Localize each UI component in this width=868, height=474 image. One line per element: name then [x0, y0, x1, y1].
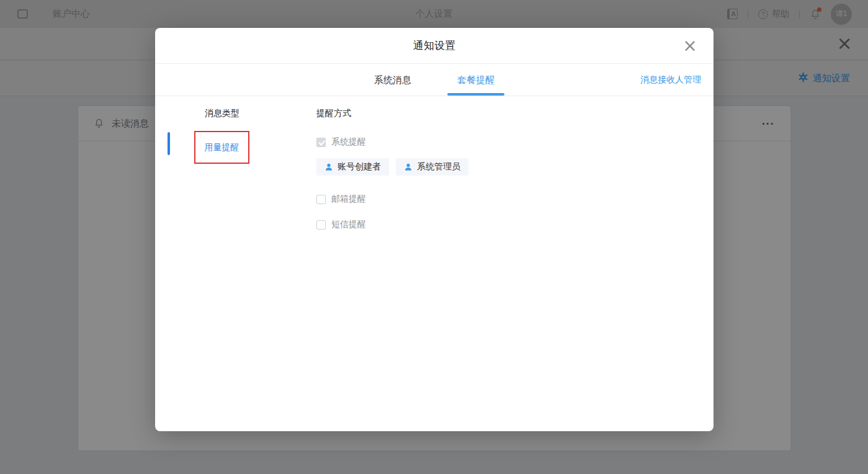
selected-indicator-bar — [168, 132, 170, 155]
recipient-tag-label: 账号创建者 — [338, 161, 381, 172]
sms-reminder-label: 短信提醒 — [331, 219, 366, 230]
method-row-email: 邮箱提醒 — [316, 194, 366, 205]
system-reminder-label: 系统提醒 — [331, 136, 366, 148]
notification-settings-modal: 通知设置 × 系统消息 套餐提醒 消息接收人管理 消息类型 提醒方式 用量提醒 … — [155, 28, 714, 431]
reminder-method-header: 提醒方式 — [316, 108, 351, 119]
message-type-header: 消息类型 — [205, 108, 239, 119]
system-reminder-checkbox[interactable] — [316, 138, 326, 147]
tab-system-messages[interactable]: 系统消息 — [364, 64, 421, 96]
method-row-sms: 短信提醒 — [316, 219, 366, 230]
screen: 账户中心 个人设置 A ? 帮助 谭1 × — [0, 0, 868, 474]
recipient-tag-admin: 系统管理员 — [396, 158, 468, 176]
recipient-management-link[interactable]: 消息接收人管理 — [640, 64, 701, 96]
recipient-tags: 账号创建者 系统管理员 — [316, 158, 468, 176]
modal-tabbar: 系统消息 套餐提醒 消息接收人管理 — [155, 64, 714, 96]
method-row-system: 系统提醒 — [316, 136, 366, 148]
annotation-highlight-box: 用量提醒 — [194, 131, 249, 164]
recipient-tag-label: 系统管理员 — [417, 161, 460, 172]
person-icon — [404, 163, 413, 171]
sms-reminder-checkbox[interactable] — [316, 220, 326, 230]
person-icon — [324, 163, 333, 171]
modal-title: 通知设置 — [155, 28, 714, 64]
email-reminder-label: 邮箱提醒 — [331, 194, 366, 205]
modal-header: 通知设置 × — [155, 28, 714, 64]
modal-body: 消息类型 提醒方式 用量提醒 系统提醒 账号创建者 — [155, 96, 714, 431]
email-reminder-checkbox[interactable] — [316, 195, 326, 204]
close-icon[interactable]: × — [680, 36, 700, 56]
recipient-tag-creator: 账号创建者 — [316, 158, 389, 176]
message-type-usage-reminder[interactable]: 用量提醒 — [205, 142, 239, 153]
tab-package-reminder[interactable]: 套餐提醒 — [447, 64, 504, 96]
